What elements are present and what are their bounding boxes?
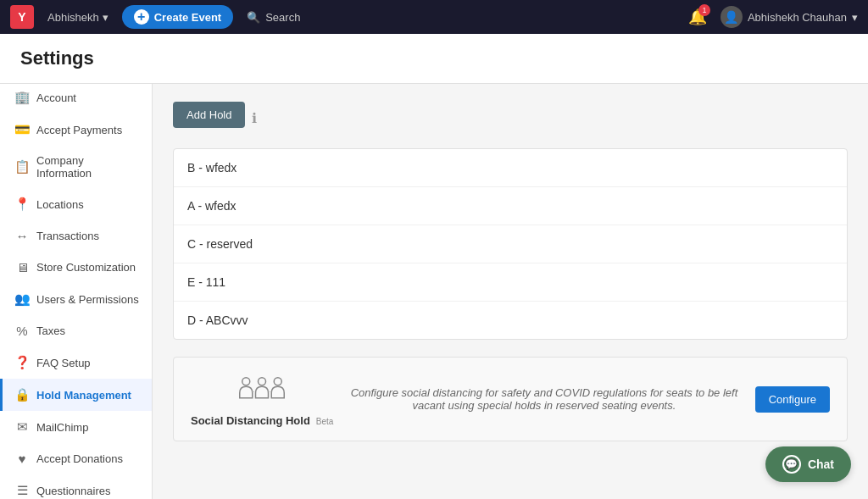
svg-point-0 [242,378,250,385]
add-hold-button[interactable]: Add Hold [173,102,245,128]
logo: Y [10,5,34,29]
page-title: Settings [20,47,848,69]
hold-item-hold-d[interactable]: D - ABCvvv [174,302,847,339]
sidebar-item-transactions[interactable]: ↔ Transactions [0,220,152,252]
profile-name: Abhishekh Chauhan [748,11,847,24]
sidebar-item-mailchimp[interactable]: ✉ MailChimp [0,411,152,443]
sidebar-item-label: Users & Permissions [36,293,139,306]
username-label: Abhishekh [47,11,99,24]
notification-badge: 1 [698,4,710,16]
sidebar-item-accept-payments[interactable]: 💳 Accept Payments [0,114,152,146]
sidebar-item-label: Company Information [36,154,140,180]
store-customization-icon: 🖥 [14,260,30,274]
sidebar-item-label: Account [36,91,76,104]
user-menu[interactable]: Abhishekh ▾ [47,11,108,24]
banner-description: Configure social distancing for safety a… [350,386,737,412]
settings-header: Settings [0,34,868,84]
main-content: Add Hold ℹ B - wfedxA - wfedxC - reserve… [153,81,868,499]
svg-point-2 [274,378,281,385]
create-event-button[interactable]: + Create Event [122,5,233,29]
plus-circle-icon: + [134,9,149,25]
banner-icon-section: Social Distancing Hold Beta [191,371,333,427]
sidebar-item-locations[interactable]: 📍 Locations [0,188,152,220]
sidebar-item-label: Store Customization [36,261,136,274]
hold-list: B - wfedxA - wfedxC - reservedE - 111D -… [173,148,848,340]
info-icon: ℹ [252,110,257,126]
notification-bell[interactable]: 🔔 1 [688,8,707,26]
taxes-icon: % [14,324,30,338]
sidebar-item-accept-donations[interactable]: ♥ Accept Donations [0,443,152,474]
topnav-right: 🔔 1 👤 Abhishekh Chauhan ▾ [688,6,858,28]
questionnaires-icon: ☰ [14,483,30,498]
hold-item-hold-e[interactable]: E - 111 [174,263,847,302]
sidebar-item-users-permissions[interactable]: 👥 Users & Permissions [0,283,152,315]
transactions-icon: ↔ [14,229,30,243]
username-arrow-icon: ▾ [103,11,108,24]
chat-button[interactable]: 💬 Chat [765,446,851,482]
svg-point-1 [259,378,266,385]
avatar: 👤 [721,6,743,28]
locations-icon: 📍 [14,197,30,212]
chat-bubble-icon: 💬 [782,455,801,474]
accept-donations-icon: ♥ [14,452,30,466]
search-button[interactable]: 🔍 Search [247,11,300,24]
hold-item-hold-b[interactable]: B - wfedx [174,149,847,187]
sidebar-item-label: Accept Payments [36,124,122,136]
sidebar-item-label: Locations [36,198,84,211]
profile-menu[interactable]: 👤 Abhishekh Chauhan ▾ [721,6,858,28]
social-distancing-banner: Social Distancing Hold Beta Configure so… [173,357,848,441]
sidebar-item-label: Questionnaires [36,485,110,497]
users-permissions-icon: 👥 [14,291,30,307]
add-hold-header: Add Hold ℹ [173,102,848,135]
hold-item-hold-c[interactable]: C - reserved [174,225,847,263]
search-icon: 🔍 [247,11,260,24]
hold-management-icon: 🔒 [14,387,30,402]
sidebar-item-label: Accept Donations [36,452,123,465]
chat-label: Chat [808,457,834,471]
mailchimp-icon: ✉ [14,419,30,435]
sidebar-item-taxes[interactable]: % Taxes [0,315,152,347]
sidebar-item-company-information[interactable]: 📋 Company Information [0,146,152,188]
sidebar-item-label: FAQ Setup [36,357,91,369]
hold-item-hold-a[interactable]: A - wfedx [174,187,847,225]
sidebar-item-questionnaires[interactable]: ☰ Questionnaires [0,474,152,499]
configure-button[interactable]: Configure [755,386,830,413]
sidebar: 🏢 Account 💳 Accept Payments 📋 Company In… [0,81,153,499]
social-distancing-label: Social Distancing Hold [191,414,310,427]
beta-badge: Beta [316,417,334,426]
search-label: Search [265,11,300,24]
faq-setup-icon: ❓ [14,355,30,370]
profile-arrow-icon: ▾ [852,11,858,24]
sidebar-item-label: MailChimp [36,421,88,434]
company-information-icon: 📋 [14,159,30,175]
sidebar-item-account[interactable]: 🏢 Account [0,81,152,114]
social-distancing-icon [236,371,287,408]
sidebar-item-store-customization[interactable]: 🖥 Store Customization [0,252,152,283]
sidebar-item-label: Transactions [36,230,99,242]
account-icon: 🏢 [14,90,30,105]
sidebar-item-label: Taxes [36,324,65,337]
sidebar-item-label: Hold Management [36,389,131,402]
accept-payments-icon: 💳 [14,122,30,137]
top-navigation: Y Abhishekh ▾ + Create Event 🔍 Search 🔔 … [0,0,868,34]
sidebar-item-hold-management[interactable]: 🔒 Hold Management [0,379,152,411]
create-event-label: Create Event [154,11,221,24]
sidebar-item-faq-setup[interactable]: ❓ FAQ Setup [0,347,152,379]
banner-title: Social Distancing Hold Beta [191,413,333,427]
